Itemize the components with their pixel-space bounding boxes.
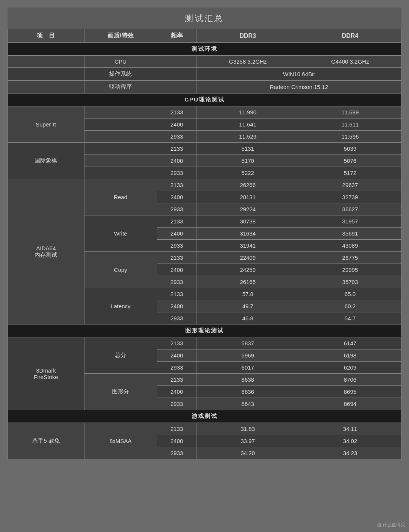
latency-ddr4-1: 65.0 <box>299 288 401 300</box>
latency-ddr4-3: 54.7 <box>299 312 401 325</box>
killer-ddr4-2: 34.02 <box>299 435 401 447</box>
section-test-env: 测试环境 <box>8 43 401 56</box>
os-label: 操作系统 <box>84 68 157 81</box>
superpi-quality-2 <box>84 119 157 131</box>
chess-ddr4-1: 5039 <box>299 143 401 155</box>
row-killer-1: 杀手5 赦兔 8xMSAA 2133 31.83 34.11 <box>8 423 401 435</box>
write-ddr3-2: 31634 <box>197 228 299 240</box>
graphic-ddr3-1: 8638 <box>197 374 299 386</box>
superpi-quality-3 <box>84 131 157 143</box>
graphic-ddr3-2: 8636 <box>197 386 299 398</box>
total-ddr3-1: 5837 <box>197 337 299 349</box>
superpi-quality-1 <box>84 106 157 119</box>
total-ddr4-1: 6147 <box>299 337 401 349</box>
graphic-ddr3-3: 8643 <box>197 398 299 410</box>
superpi-freq-2: 2400 <box>157 119 197 131</box>
total-score-label: 总分 <box>84 337 157 374</box>
write-freq-1: 2133 <box>157 215 197 228</box>
graphic-ddr4-3: 8694 <box>299 398 401 410</box>
copy-ddr3-1: 22409 <box>197 252 299 264</box>
superpi-ddr4-1: 11.689 <box>299 106 401 119</box>
read-freq-2: 2400 <box>157 191 197 203</box>
chess-quality-2 <box>84 155 157 167</box>
total-ddr3-2: 5969 <box>197 349 299 362</box>
row-read-1: AIDA64 内存测试 Read 2133 26266 29637 <box>8 179 401 191</box>
col-header-ddr3: DDR3 <box>197 29 299 43</box>
latency-ddr3-3: 46.8 <box>197 312 299 325</box>
killer-freq-3: 2933 <box>157 447 197 459</box>
row-os: 操作系统 WIN10 64Bit <box>8 68 401 81</box>
read-ddr4-3: 36627 <box>299 203 401 215</box>
latency-label: Latency <box>84 288 157 325</box>
total-ddr4-2: 6198 <box>299 349 401 362</box>
graphic-freq-2: 2400 <box>157 386 197 398</box>
killer-freq-2: 2400 <box>157 435 197 447</box>
latency-freq-1: 2133 <box>157 288 197 300</box>
copy-ddr4-1: 26775 <box>299 252 401 264</box>
chess-ddr3-3: 5222 <box>197 167 299 179</box>
read-freq-1: 2133 <box>157 179 197 191</box>
superpi-ddr3-1: 11.990 <box>197 106 299 119</box>
row-driver: 驱动程序 Radeon Crimson 15.12 <box>8 81 401 94</box>
killer-ddr3-1: 31.83 <box>197 423 299 435</box>
read-freq-3: 2933 <box>157 203 197 215</box>
row-total-1: 3Dmark FireStrike 总分 2133 5837 6147 <box>8 337 401 349</box>
os-value: WIN10 64Bit <box>197 68 401 81</box>
col-header-freq: 频率 <box>157 29 197 43</box>
row-chess-1: 国际象棋 2133 5131 5039 <box>8 143 401 155</box>
graphic-freq-1: 2133 <box>157 374 197 386</box>
section-graphics-theory: 图形理论测试 <box>8 325 401 337</box>
copy-ddr3-3: 26165 <box>197 276 299 288</box>
write-ddr4-2: 35691 <box>299 228 401 240</box>
graphic-freq-3: 2933 <box>157 398 197 410</box>
chess-ddr3-1: 5131 <box>197 143 299 155</box>
total-ddr3-3: 6017 <box>197 362 299 374</box>
chess-quality-1 <box>84 143 157 155</box>
graphic-ddr4-2: 8695 <box>299 386 401 398</box>
total-ddr4-3: 6209 <box>299 362 401 374</box>
col-header-ddr4: DDR4 <box>299 29 401 43</box>
write-ddr3-1: 30738 <box>197 215 299 228</box>
latency-ddr3-1: 57.8 <box>197 288 299 300</box>
aida64-label: AIDA64 内存测试 <box>8 179 84 325</box>
superpi-ddr4-3: 11.596 <box>299 131 401 143</box>
superpi-ddr3-3: 11.529 <box>197 131 299 143</box>
copy-freq-1: 2133 <box>157 252 197 264</box>
read-ddr4-1: 29637 <box>299 179 401 191</box>
latency-freq-2: 2400 <box>157 300 197 312</box>
chess-ddr4-3: 5172 <box>299 167 401 179</box>
superpi-ddr3-2: 11.641 <box>197 119 299 131</box>
msaa-label: 8xMSAA <box>84 423 157 459</box>
write-ddr4-3: 43089 <box>299 240 401 252</box>
chess-label: 国际象棋 <box>8 143 84 179</box>
copy-freq-3: 2933 <box>157 276 197 288</box>
copy-label: Copy <box>84 252 157 288</box>
chess-quality-3 <box>84 167 157 179</box>
write-ddr3-3: 31941 <box>197 240 299 252</box>
page-title: 测试汇总 <box>8 8 401 29</box>
graphic-ddr4-1: 8706 <box>299 374 401 386</box>
row-superpi-1: Super π 2133 11.990 11.689 <box>8 106 401 119</box>
summary-table: 项 目 画质/特效 频率 DDR3 DDR4 测试环境 CPU G3258 3.… <box>8 29 401 459</box>
read-ddr3-2: 28131 <box>197 191 299 203</box>
total-freq-2: 2400 <box>157 349 197 362</box>
chess-ddr4-2: 5076 <box>299 155 401 167</box>
write-label: Write <box>84 215 157 252</box>
section-game-test: 游戏测试 <box>8 410 401 423</box>
latency-ddr3-2: 49.7 <box>197 300 299 312</box>
write-ddr4-1: 31957 <box>299 215 401 228</box>
latency-ddr4-2: 60.2 <box>299 300 401 312</box>
firestrike-label: 3Dmark FireStrike <box>8 337 84 410</box>
chess-freq-2: 2400 <box>157 155 197 167</box>
superpi-label: Super π <box>8 106 84 143</box>
row-cpu: CPU G3258 3.2GHz G4400 3.2GHz <box>8 56 401 68</box>
driver-value: Radeon Crimson 15.12 <box>197 81 401 94</box>
latency-freq-3: 2933 <box>157 312 197 325</box>
table-header: 项 目 画质/特效 频率 DDR3 DDR4 <box>8 29 401 43</box>
killer-freq-1: 2133 <box>157 423 197 435</box>
copy-freq-2: 2400 <box>157 264 197 276</box>
total-freq-3: 2933 <box>157 362 197 374</box>
killer-ddr4-3: 34.23 <box>299 447 401 459</box>
superpi-ddr4-2: 11.611 <box>299 119 401 131</box>
copy-ddr4-3: 35703 <box>299 276 401 288</box>
